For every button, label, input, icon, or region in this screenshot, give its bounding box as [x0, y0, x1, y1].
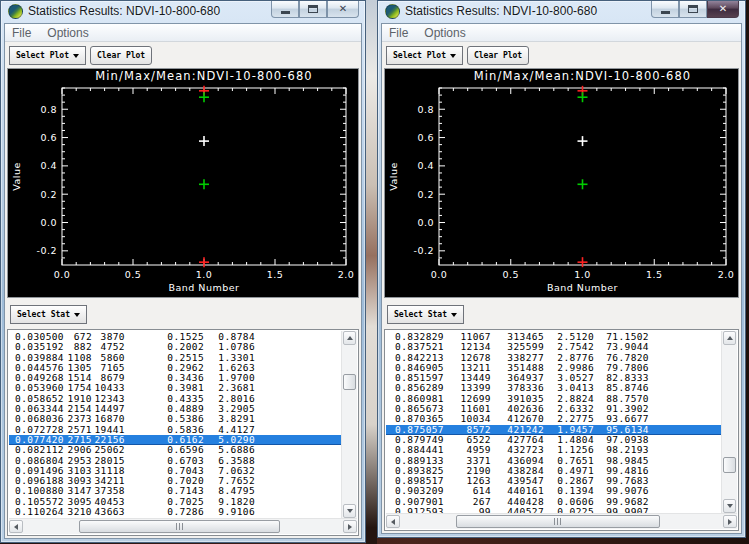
plot-toolbar: Select Plot Clear Plot [386, 46, 529, 65]
clear-plot-button[interactable]: Clear Plot [467, 46, 529, 65]
minimize-icon [281, 11, 290, 14]
svg-text:0.4: 0.4 [417, 160, 434, 171]
horizontal-scroll-thumb[interactable] [456, 515, 660, 528]
horizontal-scrollbar[interactable] [386, 513, 737, 529]
svg-text:0.0: 0.0 [417, 217, 434, 228]
close-button[interactable]: ✕ [327, 1, 359, 18]
scroll-left-button[interactable] [386, 515, 400, 528]
window-title: Statistics Results: NDVI-10-800-680 [28, 4, 220, 18]
svg-text:0.6: 0.6 [417, 132, 434, 143]
desktop-gap [366, 0, 377, 544]
select-plot-button[interactable]: Select Plot [9, 46, 86, 65]
scroll-right-button[interactable] [723, 515, 737, 528]
menu-options[interactable]: Options [424, 26, 473, 40]
select-plot-label: Select Plot [393, 51, 446, 60]
scroll-down-button[interactable] [343, 504, 356, 518]
minmaxmean-plot: 0.00.51.01.52.0-0.20.00.20.40.60.8Min/Ma… [8, 69, 358, 297]
svg-text:Min/Max/Mean:NDVI-10-800-680: Min/Max/Mean:NDVI-10-800-680 [474, 69, 691, 83]
dropdown-arrow-icon [451, 313, 457, 317]
scroll-up-button[interactable] [343, 331, 356, 345]
vertical-scroll-thumb[interactable] [723, 457, 736, 473]
select-plot-button[interactable]: Select Plot [386, 46, 463, 65]
svg-text:2.0: 2.0 [338, 269, 355, 280]
titlebar[interactable]: Statistics Results: NDVI-10-800-680 ✕ [378, 1, 745, 22]
plot-toolbar: Select Plot Clear Plot [9, 46, 152, 65]
svg-text:-0.2: -0.2 [36, 245, 57, 256]
dropdown-arrow-icon [74, 313, 80, 317]
window-title: Statistics Results: NDVI-10-800-680 [405, 4, 597, 18]
stats-table: 0.832829110673134652.512071.15020.837521… [384, 329, 739, 531]
maximize-button[interactable] [679, 1, 707, 18]
stats-rows: 0.03050067238700.15250.87840.03519288247… [9, 332, 341, 518]
svg-text:Band Number: Band Number [168, 282, 239, 293]
scroll-up-arrow-icon [347, 336, 353, 340]
svg-text:2.0: 2.0 [718, 269, 735, 280]
menu-bar: File Options [382, 24, 741, 42]
plot-area[interactable]: 0.00.51.01.52.0-0.20.00.20.40.60.8Min/Ma… [384, 68, 739, 298]
minimize-button[interactable] [651, 1, 679, 18]
plot-area[interactable]: 0.00.51.01.52.0-0.20.00.20.40.60.8Min/Ma… [7, 68, 359, 298]
minimize-icon [661, 11, 670, 14]
minimize-button[interactable] [271, 1, 299, 18]
table-row[interactable]: 0.1102643210436630.72869.9106 [9, 507, 341, 517]
clear-plot-label: Clear Plot [474, 51, 522, 60]
scroll-left-arrow-icon [14, 524, 18, 530]
menu-bar: File Options [5, 24, 361, 42]
scroll-up-button[interactable] [723, 331, 736, 345]
svg-text:1.5: 1.5 [267, 269, 284, 280]
vertical-scrollbar[interactable] [721, 331, 737, 513]
scroll-right-arrow-icon [728, 519, 732, 525]
close-icon: ✕ [339, 4, 347, 14]
titlebar[interactable]: Statistics Results: NDVI-10-800-680 ✕ [1, 1, 365, 22]
menu-options[interactable]: Options [47, 26, 96, 40]
svg-text:0.5: 0.5 [502, 269, 519, 280]
stats-rows: 0.832829110673134652.512071.15020.837521… [386, 332, 721, 513]
dropdown-arrow-icon [73, 54, 79, 58]
envi-sphere-icon [8, 4, 23, 19]
svg-text:Value: Value [11, 162, 22, 191]
svg-text:0.5: 0.5 [125, 269, 142, 280]
maximize-button[interactable] [299, 1, 327, 18]
statistics-window-right: Statistics Results: NDVI-10-800-680 ✕ Fi… [377, 0, 746, 538]
vertical-scroll-thumb[interactable] [343, 374, 356, 390]
svg-text:1.5: 1.5 [646, 269, 663, 280]
vertical-scrollbar[interactable] [341, 331, 357, 518]
svg-text:0.0: 0.0 [54, 269, 71, 280]
horizontal-scrollbar[interactable] [9, 518, 357, 534]
maximize-icon [308, 5, 318, 13]
close-button[interactable]: ✕ [707, 1, 739, 18]
scroll-down-arrow-icon [727, 504, 733, 508]
menu-file[interactable]: File [12, 26, 39, 40]
scroll-right-button[interactable] [343, 520, 357, 533]
svg-text:0.8: 0.8 [417, 104, 434, 115]
horizontal-scroll-thumb[interactable] [79, 520, 281, 533]
svg-text:0.2: 0.2 [417, 189, 434, 200]
clear-plot-label: Clear Plot [97, 51, 145, 60]
svg-text:0.0: 0.0 [40, 217, 57, 228]
scroll-down-arrow-icon [347, 509, 353, 513]
minmaxmean-plot: 0.00.51.01.52.0-0.20.00.20.40.60.8Min/Ma… [385, 69, 738, 297]
table-cell: 43663 [92, 507, 125, 517]
select-plot-label: Select Plot [16, 51, 69, 60]
table-cell: 9.9106 [204, 507, 255, 517]
dropdown-arrow-icon [450, 54, 456, 58]
svg-text:Value: Value [388, 162, 399, 191]
select-stat-button[interactable]: Select Stat [10, 305, 87, 324]
clear-plot-button[interactable]: Clear Plot [90, 46, 152, 65]
svg-text:0.0: 0.0 [431, 269, 448, 280]
menu-file[interactable]: File [389, 26, 416, 40]
svg-text:0.6: 0.6 [40, 132, 57, 143]
svg-text:0.4: 0.4 [40, 160, 57, 171]
envi-sphere-icon [385, 4, 400, 19]
select-stat-label: Select Stat [394, 310, 447, 319]
table-cell: 0.110264 [9, 507, 64, 517]
svg-text:Min/Max/Mean:NDVI-10-800-680: Min/Max/Mean:NDVI-10-800-680 [95, 69, 312, 83]
scroll-up-arrow-icon [727, 336, 733, 340]
stats-table: 0.03050067238700.15250.87840.03519288247… [7, 329, 359, 536]
select-stat-button[interactable]: Select Stat [387, 305, 464, 324]
statistics-window-left: Statistics Results: NDVI-10-800-680 ✕ Fi… [0, 0, 366, 543]
scroll-down-button[interactable] [723, 499, 736, 513]
scroll-left-button[interactable] [9, 520, 23, 533]
table-cell: 0.7286 [125, 507, 204, 517]
window-client: File Options Select Plot Clear Plot 0.00… [381, 23, 742, 534]
